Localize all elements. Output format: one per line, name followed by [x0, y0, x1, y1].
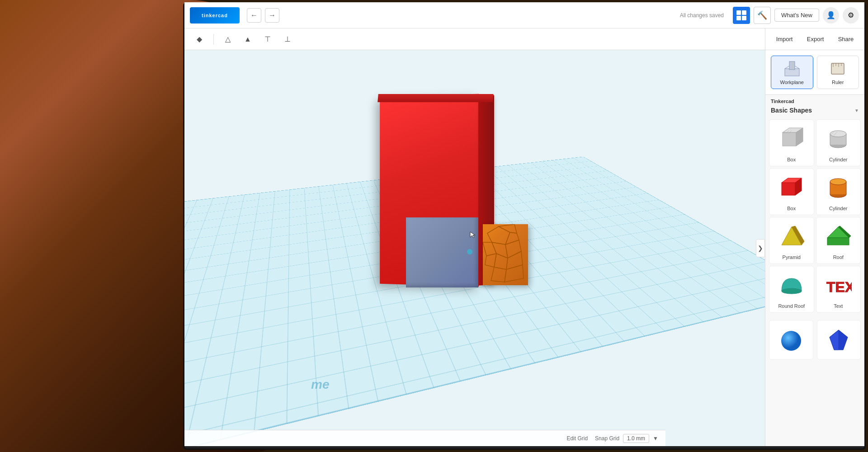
settings-button[interactable]: ⚙ — [843, 7, 859, 24]
shape-roof-green[interactable]: Roof — [816, 217, 861, 264]
shape-box-gray[interactable]: Box — [769, 119, 814, 166]
workplane-button[interactable]: Workplane — [771, 56, 813, 89]
snap-grid-label: Snap Grid — [595, 435, 619, 442]
shape-cylinder-gray-label: Cylinder — [829, 157, 847, 162]
shape-text-label: Text — [834, 303, 843, 309]
toolbar2: ◆ △ ▲ ⊤ ⊥ — [184, 28, 765, 50]
forward-button[interactable]: → — [265, 8, 279, 23]
back-button[interactable]: ← — [247, 8, 261, 23]
hammer-button[interactable]: 🔨 — [754, 7, 771, 24]
save-status: All changes saved — [680, 12, 724, 19]
svg-rect-22 — [782, 183, 795, 195]
snap-controls: Snap Grid 1.0 mm ▼ — [595, 434, 658, 443]
svg-text:TEXT: TEXT — [826, 279, 852, 295]
shapes-category: Tinkercad — [765, 95, 864, 106]
svg-marker-39 — [830, 330, 839, 350]
svg-point-17 — [830, 131, 846, 137]
share-button[interactable]: Share — [833, 33, 859, 45]
ruler-button[interactable]: Ruler — [817, 56, 859, 89]
svg-rect-9 — [783, 132, 796, 146]
shape-cylinder-orange-label: Cylinder — [829, 206, 847, 211]
shapes-grid: Box — [765, 118, 864, 315]
svg-point-37 — [781, 331, 801, 351]
ruler-icon — [829, 60, 847, 78]
action-bar: Import Export Share — [765, 28, 864, 50]
user-button[interactable]: 👤 — [823, 7, 839, 24]
red-wall-top — [377, 94, 494, 102]
triangle-tool1[interactable]: △ — [220, 32, 236, 47]
shape-round-roof[interactable]: Round Roof — [769, 266, 814, 313]
orange-block — [483, 224, 528, 285]
shape-box-red[interactable]: Box — [769, 168, 814, 215]
svg-marker-40 — [470, 232, 475, 238]
svg-point-27 — [830, 179, 846, 185]
shape-cylinder-gray[interactable]: Cylinder — [816, 119, 861, 166]
canvas-area[interactable]: me — [184, 50, 765, 446]
status-bar: Edit Grid Snap Grid 1.0 mm ▼ — [184, 430, 665, 446]
select-tool[interactable]: ◆ — [192, 32, 207, 47]
shape-sphere[interactable] — [769, 320, 813, 360]
shape-pyramid-yellow-label: Pyramid — [783, 254, 801, 260]
objects-layer — [184, 50, 765, 446]
right-panel: Workplane Ruler — [765, 50, 864, 446]
topbar: tinkercad ← → All changes saved 🔨 What's… — [184, 2, 864, 28]
shape-box-gray-label: Box — [787, 157, 796, 162]
shape-box-red-label: Box — [787, 206, 796, 211]
dropdown-arrow: ▼ — [854, 108, 859, 113]
svg-rect-3 — [789, 61, 795, 70]
screen: tinkercad ← → All changes saved 🔨 What's… — [184, 2, 864, 446]
shape-cylinder-orange[interactable]: Cylinder — [816, 168, 861, 215]
snap-down-arrow[interactable]: ▼ — [653, 435, 658, 442]
align-tool[interactable]: ⊤ — [260, 32, 275, 47]
svg-point-35 — [782, 288, 802, 294]
shape-round-roof-label: Round Roof — [778, 303, 805, 309]
whats-new-button[interactable]: What's New — [774, 9, 819, 22]
workplane-ruler-section: Workplane Ruler — [765, 50, 864, 95]
shape-pyramid-yellow[interactable]: Pyramid — [769, 217, 814, 264]
door-handle — [467, 249, 472, 254]
canvas-chevron[interactable]: ❯ — [756, 239, 765, 257]
app-logo: tinkercad — [190, 7, 240, 24]
flip-tool[interactable]: ⊥ — [280, 32, 295, 47]
snap-value[interactable]: 1.0 mm — [623, 434, 649, 443]
edit-grid-label: Edit Grid — [566, 435, 588, 442]
cursor-indicator — [469, 231, 476, 238]
workplane-icon — [783, 60, 801, 78]
export-button[interactable]: Export — [802, 33, 830, 45]
triangle-tool2[interactable]: ▲ — [240, 32, 255, 47]
import-button[interactable]: Import — [771, 33, 798, 45]
shape-text[interactable]: TEXT Text — [816, 266, 861, 313]
shape-gem[interactable] — [817, 320, 861, 360]
grid-view-button[interactable] — [733, 7, 750, 24]
shapes-title: Basic Shapes ▼ — [765, 106, 864, 118]
shape-roof-green-label: Roof — [833, 254, 844, 260]
svg-rect-33 — [827, 238, 849, 245]
